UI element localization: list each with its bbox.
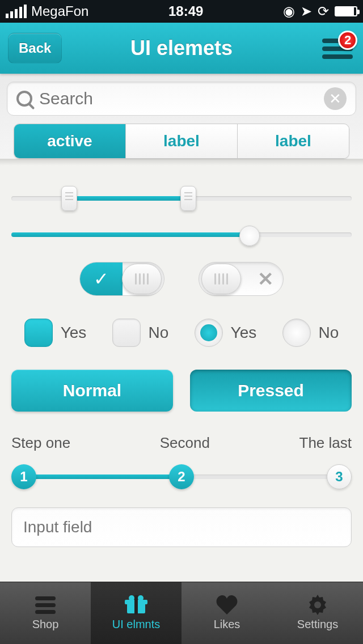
tab-shop[interactable]: Shop: [0, 582, 91, 644]
clock: 18:49: [168, 3, 203, 19]
battery-icon: [335, 6, 357, 16]
checkbox-label-yes: Yes: [61, 324, 87, 342]
step-label-2: Second: [160, 434, 210, 452]
svg-point-3: [129, 595, 134, 601]
search-input[interactable]: [32, 89, 324, 108]
checkbox-checked[interactable]: [24, 319, 53, 347]
tab-label-settings: Settings: [297, 618, 338, 631]
search-field[interactable]: ✕: [7, 82, 356, 116]
gift-icon: [125, 595, 147, 615]
tab-label-likes: Likes: [214, 618, 240, 631]
clear-search-button[interactable]: ✕: [324, 87, 347, 110]
radio-checked[interactable]: [195, 319, 223, 347]
search-icon: [16, 91, 32, 107]
tab-likes[interactable]: Likes: [182, 582, 272, 644]
checkbox-label-no: No: [149, 324, 169, 342]
step-3[interactable]: 3: [327, 464, 352, 489]
slider[interactable]: [11, 226, 352, 243]
svg-point-5: [314, 601, 321, 608]
step-2[interactable]: 2: [169, 464, 194, 489]
menu-button[interactable]: 2: [322, 39, 353, 59]
nav-bar: Back UI elemets 2: [0, 23, 363, 74]
tab-ui-elements[interactable]: UI elmnts: [91, 582, 182, 644]
radio-label-no: No: [319, 324, 339, 342]
svg-rect-2: [134, 595, 138, 615]
svg-point-4: [138, 595, 143, 601]
page-title: UI elemets: [130, 36, 233, 60]
signal-icon: [6, 5, 27, 18]
segment-label-1[interactable]: label: [126, 124, 238, 158]
segment-active[interactable]: active: [14, 124, 126, 158]
heart-icon: [216, 595, 238, 615]
radio-label-yes: Yes: [231, 324, 257, 342]
slider-thumb[interactable]: [239, 226, 260, 246]
check-icon: ✓: [80, 262, 123, 295]
tab-label-shop: Shop: [32, 618, 59, 631]
location-icon: ➤: [301, 3, 312, 19]
tab-label-ui: UI elmnts: [112, 618, 160, 631]
gear-icon: [306, 595, 329, 615]
range-thumb-low[interactable]: [61, 186, 77, 211]
tab-settings[interactable]: Settings: [272, 582, 363, 644]
segmented-control: active label label: [14, 124, 349, 159]
range-slider[interactable]: [11, 189, 352, 206]
carrier-label: MegaFon: [31, 3, 88, 19]
toggle-on[interactable]: ✓: [79, 262, 164, 296]
status-bar: MegaFon 18:49 ◉ ➤ ⟳: [0, 0, 363, 23]
step-label-3: The last: [299, 434, 352, 452]
range-thumb-high[interactable]: [180, 186, 196, 211]
normal-button[interactable]: Normal: [11, 370, 173, 412]
list-icon: [34, 595, 57, 615]
segment-label-2[interactable]: label: [238, 124, 349, 158]
back-button[interactable]: Back: [8, 33, 62, 63]
x-icon: ✕: [251, 262, 280, 295]
notification-badge: 2: [338, 31, 357, 50]
radio-unchecked[interactable]: [282, 319, 311, 347]
rotation-lock-icon: ⟳: [318, 3, 329, 19]
step-1[interactable]: 1: [11, 464, 36, 489]
alarm-icon: ◉: [283, 3, 295, 19]
tab-bar: Shop UI elmnts Likes Settings: [0, 582, 363, 644]
pressed-button[interactable]: Pressed: [190, 370, 352, 412]
checkbox-unchecked[interactable]: [112, 319, 141, 347]
toggle-off[interactable]: ✕: [199, 262, 284, 296]
text-input[interactable]: [11, 507, 352, 547]
step-label-1: Step one: [11, 434, 70, 452]
step-progress: 1 2 3: [11, 462, 352, 490]
